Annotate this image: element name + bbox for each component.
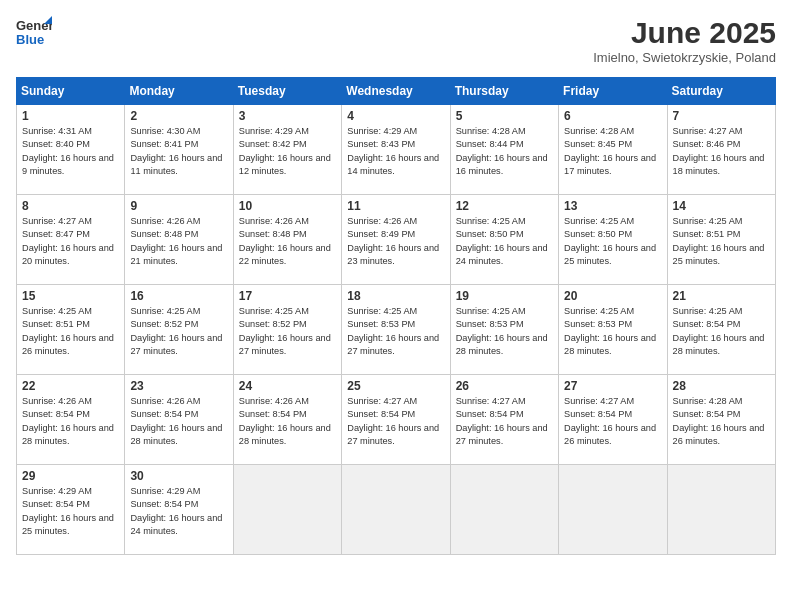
calendar-day-cell [559, 465, 667, 555]
day-number: 3 [239, 109, 336, 123]
day-info: Sunrise: 4:29 AMSunset: 8:43 PMDaylight:… [347, 125, 444, 178]
logo-icon: General Blue [16, 16, 52, 48]
day-number: 22 [22, 379, 119, 393]
calendar-day-cell: 2Sunrise: 4:30 AMSunset: 8:41 PMDaylight… [125, 105, 233, 195]
day-number: 14 [673, 199, 770, 213]
day-number: 23 [130, 379, 227, 393]
day-info: Sunrise: 4:28 AMSunset: 8:45 PMDaylight:… [564, 125, 661, 178]
day-info: Sunrise: 4:30 AMSunset: 8:41 PMDaylight:… [130, 125, 227, 178]
day-number: 27 [564, 379, 661, 393]
day-info: Sunrise: 4:26 AMSunset: 8:54 PMDaylight:… [239, 395, 336, 448]
day-number: 7 [673, 109, 770, 123]
day-info: Sunrise: 4:25 AMSunset: 8:51 PMDaylight:… [22, 305, 119, 358]
day-info: Sunrise: 4:25 AMSunset: 8:51 PMDaylight:… [673, 215, 770, 268]
weekday-header-row: SundayMondayTuesdayWednesdayThursdayFrid… [17, 78, 776, 105]
day-number: 11 [347, 199, 444, 213]
day-info: Sunrise: 4:26 AMSunset: 8:54 PMDaylight:… [22, 395, 119, 448]
calendar-week-row: 1Sunrise: 4:31 AMSunset: 8:40 PMDaylight… [17, 105, 776, 195]
day-number: 28 [673, 379, 770, 393]
calendar-week-row: 8Sunrise: 4:27 AMSunset: 8:47 PMDaylight… [17, 195, 776, 285]
day-number: 8 [22, 199, 119, 213]
calendar-day-cell: 15Sunrise: 4:25 AMSunset: 8:51 PMDayligh… [17, 285, 125, 375]
day-number: 1 [22, 109, 119, 123]
calendar-day-cell [667, 465, 775, 555]
calendar-day-cell: 19Sunrise: 4:25 AMSunset: 8:53 PMDayligh… [450, 285, 558, 375]
day-number: 5 [456, 109, 553, 123]
day-number: 6 [564, 109, 661, 123]
day-info: Sunrise: 4:25 AMSunset: 8:52 PMDaylight:… [130, 305, 227, 358]
day-info: Sunrise: 4:27 AMSunset: 8:54 PMDaylight:… [456, 395, 553, 448]
day-info: Sunrise: 4:25 AMSunset: 8:54 PMDaylight:… [673, 305, 770, 358]
day-number: 17 [239, 289, 336, 303]
weekday-header: Saturday [667, 78, 775, 105]
calendar-day-cell: 1Sunrise: 4:31 AMSunset: 8:40 PMDaylight… [17, 105, 125, 195]
day-number: 30 [130, 469, 227, 483]
day-info: Sunrise: 4:29 AMSunset: 8:54 PMDaylight:… [130, 485, 227, 538]
calendar-day-cell: 23Sunrise: 4:26 AMSunset: 8:54 PMDayligh… [125, 375, 233, 465]
day-info: Sunrise: 4:31 AMSunset: 8:40 PMDaylight:… [22, 125, 119, 178]
calendar-day-cell: 22Sunrise: 4:26 AMSunset: 8:54 PMDayligh… [17, 375, 125, 465]
day-info: Sunrise: 4:26 AMSunset: 8:49 PMDaylight:… [347, 215, 444, 268]
day-info: Sunrise: 4:25 AMSunset: 8:52 PMDaylight:… [239, 305, 336, 358]
day-info: Sunrise: 4:25 AMSunset: 8:50 PMDaylight:… [456, 215, 553, 268]
day-number: 20 [564, 289, 661, 303]
weekday-header: Monday [125, 78, 233, 105]
calendar-day-cell: 18Sunrise: 4:25 AMSunset: 8:53 PMDayligh… [342, 285, 450, 375]
day-info: Sunrise: 4:26 AMSunset: 8:48 PMDaylight:… [130, 215, 227, 268]
calendar-day-cell: 16Sunrise: 4:25 AMSunset: 8:52 PMDayligh… [125, 285, 233, 375]
logo: General Blue [16, 16, 52, 48]
calendar-day-cell: 25Sunrise: 4:27 AMSunset: 8:54 PMDayligh… [342, 375, 450, 465]
calendar-day-cell: 9Sunrise: 4:26 AMSunset: 8:48 PMDaylight… [125, 195, 233, 285]
calendar-day-cell: 10Sunrise: 4:26 AMSunset: 8:48 PMDayligh… [233, 195, 341, 285]
day-number: 18 [347, 289, 444, 303]
calendar-day-cell: 8Sunrise: 4:27 AMSunset: 8:47 PMDaylight… [17, 195, 125, 285]
calendar-week-row: 15Sunrise: 4:25 AMSunset: 8:51 PMDayligh… [17, 285, 776, 375]
day-info: Sunrise: 4:29 AMSunset: 8:42 PMDaylight:… [239, 125, 336, 178]
calendar-day-cell: 29Sunrise: 4:29 AMSunset: 8:54 PMDayligh… [17, 465, 125, 555]
calendar-day-cell: 17Sunrise: 4:25 AMSunset: 8:52 PMDayligh… [233, 285, 341, 375]
calendar-day-cell: 3Sunrise: 4:29 AMSunset: 8:42 PMDaylight… [233, 105, 341, 195]
day-number: 26 [456, 379, 553, 393]
calendar-table: SundayMondayTuesdayWednesdayThursdayFrid… [16, 77, 776, 555]
calendar-day-cell: 11Sunrise: 4:26 AMSunset: 8:49 PMDayligh… [342, 195, 450, 285]
calendar-day-cell: 30Sunrise: 4:29 AMSunset: 8:54 PMDayligh… [125, 465, 233, 555]
day-info: Sunrise: 4:27 AMSunset: 8:54 PMDaylight:… [564, 395, 661, 448]
day-number: 24 [239, 379, 336, 393]
day-number: 29 [22, 469, 119, 483]
day-info: Sunrise: 4:27 AMSunset: 8:54 PMDaylight:… [347, 395, 444, 448]
calendar-day-cell: 7Sunrise: 4:27 AMSunset: 8:46 PMDaylight… [667, 105, 775, 195]
day-info: Sunrise: 4:26 AMSunset: 8:54 PMDaylight:… [130, 395, 227, 448]
day-info: Sunrise: 4:25 AMSunset: 8:50 PMDaylight:… [564, 215, 661, 268]
day-info: Sunrise: 4:26 AMSunset: 8:48 PMDaylight:… [239, 215, 336, 268]
calendar-day-cell [450, 465, 558, 555]
day-info: Sunrise: 4:28 AMSunset: 8:54 PMDaylight:… [673, 395, 770, 448]
location: Imielno, Swietokrzyskie, Poland [593, 50, 776, 65]
day-number: 25 [347, 379, 444, 393]
day-number: 13 [564, 199, 661, 213]
calendar-day-cell: 12Sunrise: 4:25 AMSunset: 8:50 PMDayligh… [450, 195, 558, 285]
day-number: 12 [456, 199, 553, 213]
calendar-day-cell: 26Sunrise: 4:27 AMSunset: 8:54 PMDayligh… [450, 375, 558, 465]
day-info: Sunrise: 4:25 AMSunset: 8:53 PMDaylight:… [564, 305, 661, 358]
weekday-header: Friday [559, 78, 667, 105]
day-number: 10 [239, 199, 336, 213]
day-number: 19 [456, 289, 553, 303]
calendar-day-cell: 5Sunrise: 4:28 AMSunset: 8:44 PMDaylight… [450, 105, 558, 195]
weekday-header: Tuesday [233, 78, 341, 105]
weekday-header: Sunday [17, 78, 125, 105]
calendar-week-row: 29Sunrise: 4:29 AMSunset: 8:54 PMDayligh… [17, 465, 776, 555]
calendar-day-cell: 14Sunrise: 4:25 AMSunset: 8:51 PMDayligh… [667, 195, 775, 285]
calendar-day-cell: 21Sunrise: 4:25 AMSunset: 8:54 PMDayligh… [667, 285, 775, 375]
day-number: 15 [22, 289, 119, 303]
day-number: 2 [130, 109, 227, 123]
day-info: Sunrise: 4:29 AMSunset: 8:54 PMDaylight:… [22, 485, 119, 538]
calendar-day-cell: 20Sunrise: 4:25 AMSunset: 8:53 PMDayligh… [559, 285, 667, 375]
day-info: Sunrise: 4:27 AMSunset: 8:46 PMDaylight:… [673, 125, 770, 178]
calendar-day-cell: 13Sunrise: 4:25 AMSunset: 8:50 PMDayligh… [559, 195, 667, 285]
calendar-day-cell: 24Sunrise: 4:26 AMSunset: 8:54 PMDayligh… [233, 375, 341, 465]
calendar-day-cell: 6Sunrise: 4:28 AMSunset: 8:45 PMDaylight… [559, 105, 667, 195]
day-number: 4 [347, 109, 444, 123]
day-number: 9 [130, 199, 227, 213]
weekday-header: Thursday [450, 78, 558, 105]
weekday-header: Wednesday [342, 78, 450, 105]
